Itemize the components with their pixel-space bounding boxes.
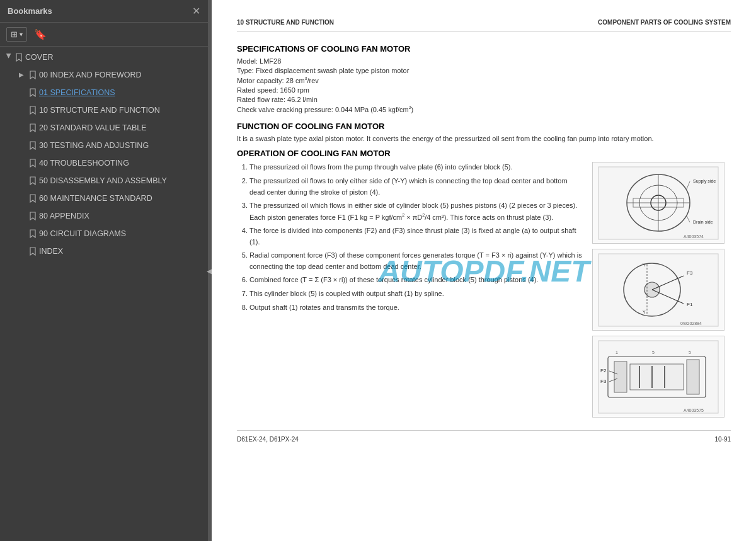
bookmark-label: 01 SPECIFICATIONS [39, 88, 115, 98]
sidebar-toolbar: ⊞ ▾ 🔖 [0, 23, 208, 47]
page-header-right: COMPONENT PARTS OF COOLING SYSTEM [598, 19, 731, 26]
function-title: FUNCTION OF COOLING FAN MOTOR [237, 122, 731, 131]
spec-line-1: Type: Fixed displacement swash plate typ… [237, 67, 731, 74]
bookmark-label: 30 TESTING AND ADJUSTING [39, 140, 149, 151]
bookmark-icon [29, 123, 37, 134]
bookmark-list: ▶COVER▶00 INDEX AND FOREWORD01 SPECIFICA… [0, 47, 208, 541]
bookmark-label: 00 INDEX AND FOREWORD [39, 70, 142, 80]
step-5: Radial component force (F3) of these com… [249, 250, 582, 272]
expand-all-button[interactable]: ⊞ ▾ [6, 27, 27, 42]
bookmark-item-30-test[interactable]: 30 TESTING AND ADJUSTING [0, 137, 208, 155]
bookmark-icon [29, 88, 37, 99]
svg-text:5: 5 [689, 350, 691, 355]
sidebar-header: Bookmarks ✕ [0, 0, 208, 23]
svg-rect-25 [614, 362, 627, 392]
svg-text:A4003575: A4003575 [684, 408, 704, 413]
bookmark-icon [29, 212, 37, 222]
bookmark-item-00-index[interactable]: ▶00 INDEX AND FOREWORD [0, 67, 208, 84]
sidebar: Bookmarks ✕ ⊞ ▾ 🔖 ▶COVER▶00 INDEX AND FO… [0, 0, 208, 541]
steps-list: The pressurized oil flows from the pump … [237, 162, 582, 313]
svg-text:Y: Y [643, 310, 646, 314]
svg-text:F2: F2 [600, 368, 607, 373]
bookmark-item-01-spec[interactable]: 01 SPECIFICATIONS [0, 84, 208, 102]
operation-text: The pressurized oil flows from the pump … [237, 162, 582, 418]
svg-rect-26 [630, 364, 684, 390]
footer-left: D61EX-24, D61PX-24 [237, 436, 299, 443]
svg-text:0W202884: 0W202884 [680, 321, 702, 326]
bookmark-label: 10 STRUCTURE AND FUNCTION [39, 105, 160, 115]
bookmark-icon [15, 53, 23, 64]
spec-title: SPECIFICATIONS OF COOLING FAN MOTOR [237, 44, 731, 54]
svg-text:Supply side: Supply side [693, 179, 716, 184]
svg-text:A4003574: A4003574 [684, 234, 704, 239]
bookmark-label: 90 CIRCUIT DIAGRAMS [39, 229, 126, 239]
bookmark-icon [29, 176, 37, 187]
svg-text:F3: F3 [687, 270, 693, 276]
close-button[interactable]: ✕ [192, 5, 200, 17]
bookmark-item-40-trouble[interactable]: 40 TROUBLESHOOTING [0, 155, 208, 173]
svg-text:Drain side: Drain side [693, 220, 713, 224]
bookmark-item-80-append[interactable]: 80 APPENDIX [0, 208, 208, 225]
operation-section: OPERATION OF COOLING FAN MOTOR The press… [237, 149, 731, 418]
diagram-diag3: F3 F2 1 5 5 A4003575 [592, 336, 724, 418]
bookmark-item-60-maint[interactable]: 60 MAINTENANCE STANDARD [0, 190, 208, 208]
step-6: Combined force (T = Σ (F3 × ri)) of thes… [249, 275, 582, 286]
bookmark-icon [29, 71, 37, 81]
bookmark-label: 60 MAINTENANCE STANDARD [39, 193, 152, 203]
page-footer: D61EX-24, D61PX-24 10-91 [237, 430, 731, 443]
main-content: AUTOPDF.NET 10 STRUCTURE AND FUNCTION CO… [212, 0, 756, 541]
spec-lines: Model: LMF28Type: Fixed displacement swa… [237, 57, 731, 113]
svg-text:Y: Y [643, 263, 646, 267]
svg-text:5: 5 [652, 350, 655, 355]
svg-text:1: 1 [616, 350, 618, 355]
spec-line-4: Rated flow rate: 46.2 l/min [237, 96, 731, 103]
bookmark-label: 40 TROUBLESHOOTING [39, 158, 129, 168]
bookmark-item-50-disasm[interactable]: 50 DISASSEMBLY AND ASSEMBLY [0, 173, 208, 190]
bookmark-item-10-struct[interactable]: 10 STRUCTURE AND FUNCTION [0, 102, 208, 120]
bookmark-label: 50 DISASSEMBLY AND ASSEMBLY [39, 176, 167, 186]
step-8: Output shaft (1) rotates and transmits t… [249, 302, 582, 314]
step-3: The pressurized oil which flows in eithe… [249, 200, 582, 223]
bookmark-item-90-circuit[interactable]: 90 CIRCUIT DIAGRAMS [0, 225, 208, 243]
bookmark-icon [29, 141, 37, 152]
step-7: This cylinder block (5) is coupled with … [249, 288, 582, 300]
sidebar-title: Bookmarks [8, 6, 52, 16]
step-1: The pressurized oil flows from the pump … [249, 162, 582, 173]
diagrams-container: Supply side Drain side A4003574 F3 F1 Y … [592, 162, 731, 418]
spec-line-3: Rated speed: 1650 rpm [237, 86, 731, 94]
spec-line-5: Check valve cracking pressure: 0.044 MPa… [237, 105, 731, 113]
bookmark-icon [29, 194, 37, 205]
operation-title: OPERATION OF COOLING FAN MOTOR [237, 149, 731, 158]
operation-content: The pressurized oil flows from the pump … [237, 162, 731, 418]
diagram-diag2: F3 F1 Y Y 0W202884 [592, 249, 724, 331]
svg-text:F1: F1 [687, 302, 693, 307]
spec-line-2: Motor capacity: 28 cm3/rev [237, 76, 731, 84]
page-header: 10 STRUCTURE AND FUNCTION COMPONENT PART… [237, 19, 731, 31]
bookmark-icon [29, 159, 37, 169]
bookmark-label: COVER [25, 52, 53, 62]
footer-right: 10-91 [714, 436, 731, 443]
svg-rect-27 [687, 360, 699, 394]
bookmark-label: 80 APPENDIX [39, 211, 89, 221]
step-2: The pressurized oil flows to only either… [249, 176, 582, 198]
bookmark-icon [29, 106, 37, 117]
bookmark-label: INDEX [39, 246, 63, 256]
step-4: The force is divided into components (F2… [249, 225, 582, 248]
diagram-diag1: Supply side Drain side A4003574 [592, 162, 724, 244]
bookmark-label: 20 STANDARD VALUE TABLE [39, 123, 147, 133]
spec-line-0: Model: LMF28 [237, 57, 731, 65]
bookmark-icon [29, 247, 37, 258]
svg-text:F3: F3 [600, 379, 607, 384]
function-text: It is a swash plate type axial piston mo… [237, 135, 731, 142]
page-header-left: 10 STRUCTURE AND FUNCTION [237, 19, 334, 26]
bookmark-icon [29, 229, 37, 240]
bookmark-item-cover[interactable]: ▶COVER [0, 49, 208, 67]
chevron-icon: ▶ [6, 54, 13, 61]
chevron-icon: ▶ [19, 71, 26, 78]
bookmark-add-button[interactable]: 🔖 [32, 26, 49, 42]
function-section: FUNCTION OF COOLING FAN MOTOR It is a sw… [237, 122, 731, 142]
bookmark-item-index[interactable]: INDEX [0, 243, 208, 261]
bookmark-item-20-std[interactable]: 20 STANDARD VALUE TABLE [0, 120, 208, 137]
spec-section: SPECIFICATIONS OF COOLING FAN MOTOR Mode… [237, 44, 731, 113]
